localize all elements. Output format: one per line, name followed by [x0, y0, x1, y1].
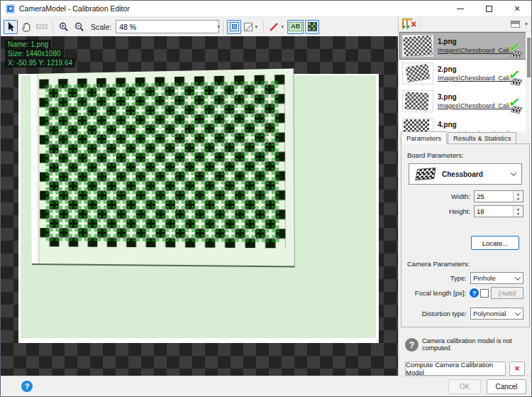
ab-labels-icon: AB — [289, 22, 302, 31]
focal-length-checkbox[interactable] — [480, 289, 489, 298]
list-scrollbar-thumb[interactable] — [527, 38, 531, 77]
no-fill-icon — [244, 23, 253, 31]
list-scrollbar[interactable] — [526, 32, 531, 131]
zoom-out-button[interactable] — [72, 20, 87, 34]
grid-overlay-toggle-button[interactable] — [305, 20, 319, 34]
view-mode-button[interactable] — [511, 21, 520, 28]
board-parameters-label: Board Parameters: — [407, 151, 523, 159]
minimize-button[interactable] — [446, 1, 475, 16]
pan-tool-button[interactable] — [19, 20, 33, 34]
height-stepper[interactable]: ▲▼ — [474, 205, 523, 217]
hand-icon — [21, 22, 31, 32]
chevron-down-icon — [515, 274, 521, 280]
cancel-button[interactable]: Cancel — [487, 379, 526, 394]
toolbar-separator — [223, 21, 223, 33]
fit-image-icon — [230, 22, 239, 31]
maximize-icon — [486, 6, 492, 12]
board-type-combobox[interactable]: Chessboard — [409, 163, 522, 185]
image-viewport[interactable]: Name: 1.png Size: 1440x1080 X: -50.95 Y:… — [1, 36, 398, 376]
discard-model-button[interactable]: × — [509, 361, 525, 376]
toolbar-separator — [263, 21, 264, 33]
chevron-down-icon: ▼ — [254, 25, 258, 29]
focal-help-icon[interactable]: ? — [470, 288, 479, 298]
add-directory-button[interactable]: + — [406, 21, 408, 28]
fit-image-button[interactable] — [227, 20, 241, 34]
close-icon: × — [514, 4, 520, 13]
measure-tool-button[interactable]: ▼ — [267, 20, 286, 34]
right-panel: + + × ▼ 1.png Images\Chessboard_Cali... … — [399, 17, 531, 376]
toolbar-separator — [419, 19, 420, 29]
scale-dropdown-arrow[interactable]: ▼ — [215, 21, 221, 33]
compute-model-button[interactable]: Compute Camera Calibration Model — [405, 361, 506, 376]
image-path-link[interactable]: Images\Chessboard_Cali... — [438, 75, 515, 82]
image-path-link[interactable]: Images\Chessboard_Cali... — [438, 47, 515, 54]
locate-button[interactable]: Locate... — [471, 236, 519, 250]
width-label: Width: — [407, 192, 474, 200]
camera-type-combobox[interactable]: Pinhole — [470, 272, 523, 284]
pixel-view-button[interactable]: ▼ — [243, 20, 260, 34]
window-title: CameraModel - Calibration Editor — [19, 4, 130, 13]
image-name: 3.png — [438, 93, 515, 101]
distortion-type-combobox[interactable]: Polynomial — [470, 308, 523, 320]
width-input[interactable] — [475, 191, 513, 202]
panel-tabs: Parameters Results & Statistics — [399, 131, 531, 144]
list-item-2[interactable]: 2.png Images\Chessboard_Cali... ✓ — [399, 60, 531, 87]
chevron-down-icon: ▼ — [216, 25, 221, 29]
parameters-tab-page: Board Parameters: Chessboard Width: ▲▼ H… — [401, 143, 530, 327]
chevron-down-icon: ▼ — [280, 25, 284, 29]
distortion-type-label: Distortion type: — [407, 310, 470, 317]
maximize-button[interactable] — [475, 1, 503, 16]
zoom-in-icon — [59, 22, 69, 32]
labels-toggle-button[interactable]: AB — [287, 20, 304, 34]
chevron-down-icon[interactable]: ▼ — [524, 22, 528, 26]
calibration-image-list: 1.png Images\Chessboard_Cali... ✓ 2.png … — [399, 31, 531, 131]
help-button[interactable]: ? — [21, 381, 33, 392]
height-input[interactable] — [475, 206, 513, 217]
model-status-area: ? Camera calibration model is not comput… — [399, 327, 531, 376]
list-item-4[interactable]: 4.png Images\Chessboard_Cali... — [399, 115, 531, 131]
ruler-tool-button[interactable] — [35, 20, 49, 34]
width-stepper[interactable]: ▲▼ — [474, 190, 523, 202]
camera-parameters-label: Camera Parameters: — [407, 260, 523, 268]
scale-label: Scale: — [91, 23, 111, 31]
image-list-toolbar: + + × ▼ — [399, 17, 531, 31]
overlay-size: Size: 1440x1080 — [5, 49, 64, 58]
list-item-3[interactable]: 3.png Images\Chessboard_Cali... ✓ — [399, 87, 531, 115]
chessboard-pattern — [39, 75, 287, 249]
remove-image-button[interactable]: × — [411, 19, 416, 29]
scale-input[interactable] — [116, 23, 215, 31]
focal-length-input: (Auto) — [491, 287, 523, 299]
image-name: 1.png — [438, 38, 515, 45]
toolbar-separator — [52, 21, 53, 33]
tab-parameters[interactable]: Parameters — [401, 131, 447, 144]
tab-results-statistics[interactable]: Results & Statistics — [448, 132, 516, 144]
height-up-button[interactable]: ▲ — [514, 206, 523, 212]
zoom-in-button[interactable] — [57, 20, 71, 34]
image-path-link[interactable]: Images\Chessboard_Cali... — [438, 102, 515, 109]
scale-combobox[interactable]: ▼ — [116, 20, 219, 33]
located-status-icon: ✓ — [509, 72, 524, 86]
close-button[interactable]: × — [503, 1, 531, 16]
add-image-button[interactable]: + — [402, 21, 404, 28]
checkerboard-overlay-icon — [308, 22, 317, 31]
image-name: 2.png — [438, 65, 515, 73]
plus-icon: + — [406, 24, 410, 31]
overlay-name: Name: 1.png — [5, 40, 51, 49]
list-item-1[interactable]: 1.png Images\Chessboard_Cali... ✓ — [399, 32, 531, 60]
viewer-toolbar: Scale: ▼ ▼ ▼ AB — [1, 17, 398, 36]
height-down-button[interactable]: ▼ — [514, 212, 523, 217]
image-info-overlay: Name: 1.png Size: 1440x1080 X: -50.95 Y:… — [5, 40, 75, 67]
image-path-link[interactable]: Images\Chessboard_Cali... — [438, 130, 515, 131]
app-icon — [6, 4, 15, 13]
located-status-icon: ✓ — [509, 44, 524, 58]
calibration-editor-window: CameraModel - Calibration Editor × — [0, 0, 532, 397]
focal-length-label: Focal length [px]: — [407, 289, 470, 297]
width-up-button[interactable]: ▲ — [514, 191, 523, 197]
board-type-value: Chessboard — [442, 170, 483, 178]
minimize-icon — [457, 9, 464, 9]
ok-button[interactable]: OK — [448, 379, 481, 394]
select-tool-button[interactable] — [4, 20, 18, 34]
measure-line-icon — [269, 22, 279, 32]
thumbnail-3 — [402, 90, 433, 112]
width-down-button[interactable]: ▼ — [514, 197, 523, 202]
